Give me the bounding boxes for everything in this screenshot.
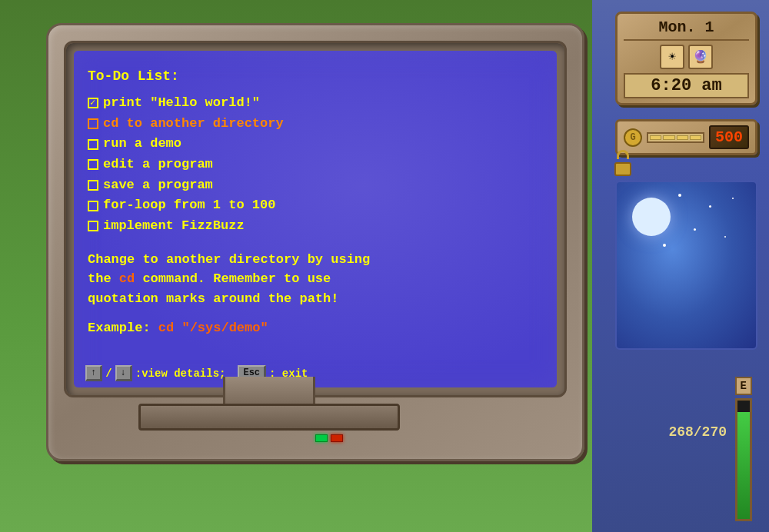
star-1 bbox=[678, 194, 681, 197]
up-arrow-key[interactable]: ↑ bbox=[85, 365, 102, 381]
sun-icon: ☀ bbox=[668, 49, 676, 65]
down-arrow-key[interactable]: ↓ bbox=[115, 365, 132, 381]
todo-checkbox-1 bbox=[88, 98, 98, 108]
todo-checkbox-7 bbox=[88, 221, 98, 231]
todo-title: To-Do List: bbox=[88, 66, 543, 86]
energy-fill bbox=[737, 412, 750, 519]
energy-label: E bbox=[735, 377, 752, 395]
todo-text-2: cd to another directory bbox=[103, 115, 284, 134]
desc-line2: the cd command. Remember to use bbox=[88, 269, 543, 289]
monitor-bezel: To-Do List: print "Hello world!"cd to an… bbox=[64, 41, 567, 397]
currency-widget: G 500 bbox=[615, 119, 757, 155]
todo-list: print "Hello world!"cd to another direct… bbox=[88, 94, 543, 235]
day-display: Mon. 1 bbox=[624, 18, 749, 41]
star-4 bbox=[732, 198, 734, 199]
star-2 bbox=[709, 205, 711, 208]
todo-item-2: cd to another directory bbox=[88, 115, 543, 134]
coin-icon: G bbox=[624, 128, 642, 147]
todo-item-7: implement FizzBuzz bbox=[88, 217, 543, 236]
todo-checkbox-4 bbox=[88, 159, 98, 170]
right-panel: Mon. 1 ☀ 🔮 6:20 am G 500 268/270 E bbox=[592, 0, 769, 532]
clock-icons: ☀ 🔮 bbox=[624, 45, 749, 69]
todo-item-6: for-loop from 1 to 100 bbox=[88, 196, 543, 215]
screen-content: To-Do List: print "Hello world!"cd to an… bbox=[74, 51, 557, 387]
star-5 bbox=[663, 244, 666, 247]
todo-text-3: run a demo bbox=[103, 135, 181, 154]
description-block: Change to another directory by using the… bbox=[88, 250, 543, 309]
hint-separator: / bbox=[105, 367, 112, 380]
monitor-neck bbox=[223, 377, 315, 407]
monitor-base bbox=[138, 404, 400, 431]
stats-display: 268/270 bbox=[668, 424, 727, 440]
monitor-casing: To-Do List: print "Hello world!"cd to an… bbox=[46, 23, 584, 461]
seg1 bbox=[650, 135, 661, 140]
desc-line1: Change to another directory by using bbox=[88, 250, 543, 270]
lock-icon bbox=[611, 150, 634, 179]
energy-bar bbox=[735, 398, 752, 521]
todo-item-3: run a demo bbox=[88, 135, 543, 154]
time-display: 6:20 am bbox=[624, 73, 749, 98]
star-3 bbox=[694, 228, 696, 231]
sun-icon-box: ☀ bbox=[660, 45, 684, 69]
todo-checkbox-5 bbox=[88, 180, 98, 191]
seg2 bbox=[663, 135, 674, 140]
todo-checkbox-6 bbox=[88, 201, 98, 211]
monitor-screen: To-Do List: print "Hello world!"cd to an… bbox=[74, 51, 557, 387]
moon bbox=[632, 198, 671, 236]
todo-text-1: print "Hello world!" bbox=[103, 94, 260, 113]
currency-bar bbox=[647, 132, 704, 143]
seg3 bbox=[677, 135, 688, 140]
moon-icon-box: 🔮 bbox=[688, 45, 713, 69]
keyboard-hint-bar: ↑ / ↓ :view details; Esc : exit bbox=[85, 365, 545, 381]
led-red bbox=[331, 434, 343, 442]
lock-shackle bbox=[617, 150, 629, 159]
clock-widget: Mon. 1 ☀ 🔮 6:20 am bbox=[615, 12, 757, 105]
todo-item-1: print "Hello world!" bbox=[88, 94, 543, 113]
desc-line3: quotation marks around the path! bbox=[88, 289, 543, 309]
todo-item-5: save a program bbox=[88, 176, 543, 195]
orb-icon: 🔮 bbox=[693, 49, 708, 65]
todo-text-5: save a program bbox=[103, 176, 213, 195]
led-green bbox=[315, 434, 328, 442]
todo-text-6: for-loop from 1 to 100 bbox=[103, 196, 275, 215]
todo-text-4: edit a program bbox=[103, 155, 213, 175]
lock-body bbox=[614, 162, 631, 176]
todo-checkbox-2 bbox=[88, 118, 98, 129]
led-row bbox=[315, 434, 343, 442]
energy-bar-container: E bbox=[735, 377, 752, 521]
currency-amount: 500 bbox=[709, 125, 749, 149]
hint-view-details: :view details; bbox=[135, 367, 226, 380]
todo-checkbox-3 bbox=[88, 139, 98, 150]
todo-text-7: implement FizzBuzz bbox=[103, 217, 245, 236]
sky-area bbox=[615, 181, 757, 350]
todo-item-4: edit a program bbox=[88, 155, 543, 175]
seg4 bbox=[690, 135, 701, 140]
example-block: Example: cd "/sys/demo" bbox=[88, 319, 543, 338]
star-6 bbox=[724, 236, 726, 238]
